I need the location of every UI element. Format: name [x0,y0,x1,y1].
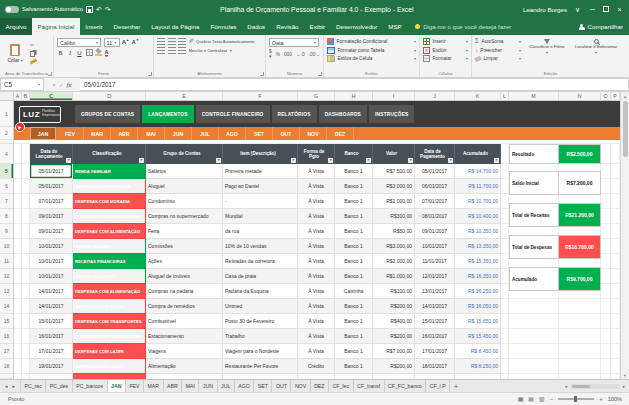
cell-E7[interactable]: Condomínio [146,194,223,209]
month-tab-abr[interactable]: ABR [111,127,138,140]
empty-cell[interactable] [14,239,22,254]
ribbon-tab-arquivo[interactable]: Arquivo [0,18,32,35]
cell-I15[interactable]: R$400,00 [373,314,415,329]
scroll-down-icon[interactable]: ▼ [623,371,627,379]
cell-H13[interactable]: Caixinha [335,284,373,299]
cell-C18[interactable]: 19/01/2017 [30,359,73,374]
empty-cell[interactable] [559,344,601,359]
sheet-nav-arrows[interactable]: ◄ ► [0,380,21,392]
empty-cell[interactable] [601,284,611,299]
cell-J6[interactable]: 06/01/2017 [415,179,455,194]
scroll-right-icon[interactable]: ► [622,384,626,389]
row-header-2[interactable]: 2 [0,127,13,140]
cell-E6[interactable]: Aluguel [146,179,223,194]
cell-H9[interactable]: Banco 1 [335,224,373,239]
filter-icon[interactable]: ▾ [66,158,71,163]
cell-D10[interactable]: RENDA FAMILIAR [73,239,146,254]
cell-C15[interactable]: 15/01/2017 [30,314,73,329]
row-header-12[interactable]: 12 [0,269,13,284]
cell-E10[interactable]: Comissões [146,239,223,254]
cell-F18[interactable]: Restaurante Per Favore [223,359,298,374]
column-header-item-descricao[interactable]: Item (Descrição)▾ [223,144,298,164]
underline-icon[interactable]: U [76,50,83,56]
close-button[interactable]: × [615,6,624,13]
ribbon-tab-formulas[interactable]: Fórmulas [205,18,242,35]
cell-I8[interactable]: R$300,00 [373,209,415,224]
tellme-search[interactable]: Diga-me o que você deseja fazer [415,18,511,35]
month-tab-mai[interactable]: MAI [138,127,165,140]
cell-K13[interactable]: R$ 16.250,00 [455,284,501,299]
cell-K6[interactable]: R$ 11.700,00 [455,179,501,194]
autosum-button[interactable]: Σ AutoSoma ▾ [475,38,521,45]
month-tab-jan[interactable]: JAN [30,127,57,140]
horizontal-scroll-thumb[interactable] [572,385,590,388]
column-header-B[interactable]: B [22,92,30,100]
empty-cell[interactable] [501,209,509,224]
conditional-formatting-button[interactable]: Formatação Condicional ▾ [327,38,416,45]
column-header-classificacao[interactable]: Classificação▾ [73,144,146,164]
cell-K11[interactable]: R$ 15.350,00 [455,254,501,269]
empty-cell[interactable] [22,194,30,209]
fill-button[interactable]: ↓ Preencher ▾ [475,48,521,54]
cell-C16[interactable]: 16/01/2017 [30,329,73,344]
bold-icon[interactable]: B [57,50,64,56]
row-header-10[interactable]: 10 [0,239,13,254]
sheet-tab-jul[interactable]: JUL [218,380,235,392]
month-tab-out[interactable]: OUT [273,127,300,140]
column-header-L[interactable]: L [501,92,509,100]
empty-cell[interactable] [501,269,509,284]
empty-cell[interactable] [22,314,30,329]
column-header-data-do-lancamento[interactable]: Data do Lançamento▾ [30,144,73,164]
empty-cell[interactable] [509,359,559,374]
column-header-G[interactable]: G [298,92,335,100]
cell-J7[interactable]: 07/01/2017 [415,194,455,209]
cell-H14[interactable]: Banco 1 [335,299,373,314]
currency-format-icon[interactable]: $ ▾ [269,49,272,59]
cell-G13[interactable]: À Vista [298,284,335,299]
column-header-E[interactable]: E [146,92,223,100]
cell-H8[interactable]: Banco 1 [335,209,373,224]
empty-cell[interactable] [501,314,509,329]
play-help-icon[interactable]: ▶ [15,122,25,132]
zoom-slider-thumb[interactable] [574,396,577,402]
empty-cell[interactable] [559,329,601,344]
cell-C11[interactable]: 10/01/2017 [30,254,73,269]
sheet-tab-nov[interactable]: NOV [291,380,310,392]
empty-cell[interactable] [22,144,30,164]
empty-cell[interactable] [14,284,22,299]
month-tab-set[interactable]: SET [246,127,273,140]
column-header-A[interactable]: A [14,92,22,100]
cell-I17[interactable]: R$7.000,00 [373,344,415,359]
empty-cell[interactable] [14,359,22,374]
cell-styles-button[interactable]: Estilos de Célula ▾ [327,55,416,62]
column-header-J[interactable]: J [415,92,455,100]
add-sheet-button[interactable]: + [450,380,462,392]
wrap-text-button[interactable]: Quebrar Texto Automaticamente [196,39,255,44]
row-header-5[interactable]: 5 [0,164,13,179]
cell-J8[interactable]: 08/01/2017 [415,209,455,224]
empty-cell[interactable] [501,344,509,359]
column-header-O[interactable]: O [601,92,611,100]
align-right-icon[interactable] [178,47,186,54]
empty-cell[interactable] [559,314,601,329]
cell-K16[interactable]: R$ 15.450,00 [455,329,501,344]
row-header-16[interactable]: 16 [0,329,13,344]
cell-E15[interactable]: Combustível [146,314,223,329]
empty-cell[interactable] [22,359,30,374]
cell-G11[interactable]: À Vista [298,254,335,269]
cell-I11[interactable]: R$2.000,00 [373,254,415,269]
sheet-tab-fev[interactable]: FEV [126,380,144,392]
nav-tab-grupos-de-contas[interactable]: GRUPOS DE CONTAS [75,105,140,123]
minimize-button[interactable]: ─ [588,6,597,13]
find-select-button[interactable]: Localizar e Selecionar ▾ [573,38,619,68]
empty-cell[interactable] [611,284,620,299]
filter-icon[interactable]: ▾ [139,158,144,163]
cell-K7[interactable]: R$ 10.700,00 [455,194,501,209]
cell-I12[interactable]: R$1.000,00 [373,269,415,284]
empty-cell[interactable] [14,314,22,329]
sheet-tab-mai[interactable]: MAI [182,380,199,392]
empty-cell[interactable] [501,179,509,194]
filter-icon[interactable]: ▾ [216,158,221,163]
empty-cell[interactable] [601,164,611,179]
vertical-scrollbar[interactable]: ▲ ▼ [620,92,629,379]
